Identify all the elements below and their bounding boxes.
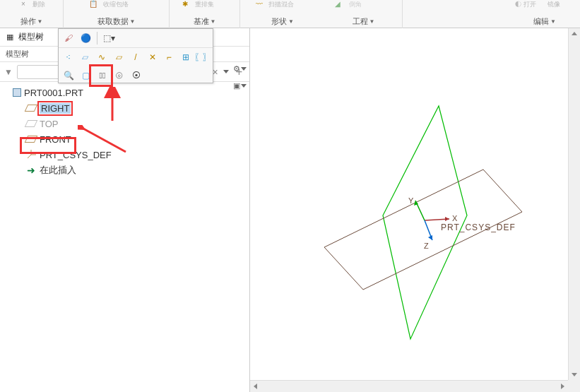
tree-icon[interactable]: ▦ [4,32,16,43]
ribbon: × 删除 操作 ▼ 📋 收缩包络 获取数据 ▼ ✱ 重排集 基准 ▼ 〰 扫描混… [0,0,580,28]
chevron-down-icon: ▼ [550,18,556,25]
grid-icon[interactable]: ⊞ [179,50,193,64]
sidebar-sub-title: 模型树 [6,49,29,59]
sidebar-side-buttons: ⚙ ▣ [230,61,249,93]
ribbon-group-getdata[interactable]: 📋 收缩包络 获取数据 ▼ [64,0,170,28]
sidebar: ▦ 模型树 🖌 🔵 ⬚▾ ⁖ ▱ ∿ ▱ / ✕ ⌐ ⊞ 〖〗 [0,28,250,392]
chevron-down-icon: ▼ [288,18,294,25]
hide-dashed-icon[interactable]: ⦿ [129,69,143,83]
insert-here-icon: ➜ [25,166,37,174]
plane-icon [25,105,38,112]
hint-mirror: 镜像 [548,0,560,9]
chevron-down-icon: ▼ [37,18,43,25]
ribbon-group-datum[interactable]: ✱ 重排集 基准 ▼ [170,0,240,28]
plane-hidden-icon [25,120,38,127]
point-icon[interactable]: ⁖ [61,50,76,64]
settings-dropdown[interactable]: ⚙ [231,61,248,76]
axis-y-label: Y [408,196,414,205]
hint-chamfer: 倒角 [349,0,362,9]
svg-line-3 [28,155,31,158]
tree-item-insert[interactable]: ➜ 在此插入 [0,162,249,178]
ribbon-label-edit: 编辑 [533,16,549,27]
csys-graphic: X Y Z PRT_CSYS_DEF [408,196,516,250]
scrollbar-horizontal[interactable] [250,380,568,392]
zoom-sel-icon[interactable]: 🔍 [61,69,76,83]
viewport-3d[interactable]: X Y Z PRT_CSYS_DEF [250,28,580,392]
ribbon-label-shape: 形状 [271,16,287,27]
axis-x-label: X [452,214,458,222]
annotation-arrow-down [102,87,123,122]
show-dropdown[interactable]: ▣ [231,78,248,93]
show-dashed-icon[interactable]: ⦾ [112,69,126,83]
tree-root-label: PRT0001.PRT [24,88,83,98]
chevron-down-icon: ▼ [211,18,216,25]
ribbon-group-eng[interactable]: ◢ 倒角 工程 ▼ [325,0,403,28]
hint-delete: 删除 [32,0,45,9]
tool-row-2: ⁖ ▱ ∿ ▱ / ✕ ⌐ ⊞ 〖〗 [59,47,213,66]
svg-marker-6 [445,217,449,221]
ribbon-label-getdata: 获取数据 [97,16,129,27]
csys-label: PRT_CSYS_DEF [441,222,516,232]
annotation-red-box-hide [89,64,113,87]
ribbon-group-shape[interactable]: 〰 扫描混合 形状 ▼ [240,0,325,28]
csys-small-icon: ✱ [182,0,188,8]
pnt-x-icon[interactable]: ✕ [146,50,160,64]
axis-icon[interactable]: / [129,50,143,64]
csys-icon[interactable]: ⌐ [162,50,177,64]
ribbon-label-eng: 工程 [353,16,368,27]
tree-label-top: TOP [40,119,59,129]
chevron-down-icon: ▼ [369,18,375,25]
brackets-icon[interactable]: 〖〗 [196,50,210,64]
brush-icon[interactable]: 🖌 [61,31,76,45]
tree-root[interactable]: PRT0001.PRT [0,85,249,100]
curve-icon[interactable]: ∿ [95,50,110,64]
axis-z-label: Z [424,242,429,250]
annotation-red-box-right [20,137,76,154]
chamfer-icon: ◢ [335,0,341,8]
tool-row-1: 🖌 🔵 ⬚▾ [59,29,213,47]
hint-shrinkwrap: 收缩包络 [103,0,129,9]
cube-icon[interactable]: ▱ [78,50,93,64]
viewport-canvas: X Y Z PRT_CSYS_DEF [250,28,580,392]
shrinkwrap-icon: 📋 [89,0,97,8]
filter-dropdown-icon[interactable] [223,70,229,73]
context-tool-panel: 🖌 🔵 ⬚▾ ⁖ ▱ ∿ ▱ / ✕ ⌐ ⊞ 〖〗 🔍 ▢ 👁̸ ⦾ [58,28,213,83]
param-icon[interactable]: ⬚▾ [102,31,116,45]
chevron-down-icon: ▼ [130,18,136,25]
tree-label-insert: 在此插入 [40,164,76,177]
appearance-icon[interactable]: 🔵 [78,31,93,45]
ribbon-group-operation[interactable]: × 删除 操作 ▼ [0,0,64,28]
hint-open: ◐ 打开 [515,0,536,9]
scrollbar-vertical[interactable] [568,28,580,380]
ribbon-label-datum: 基准 [194,16,209,27]
scrollbar-corner [568,380,580,392]
svg-line-4 [82,128,126,152]
funnel-icon[interactable]: ▼ [4,67,13,77]
hint-sweep: 扫描混合 [268,0,294,9]
tool-row-3: 🔍 ▢ 👁̸ ⦾ ⦿ [59,66,213,85]
part-icon [13,88,21,97]
annotation-arrow-left [78,125,127,153]
main-area: ▦ 模型树 🖌 🔵 ⬚▾ ⁖ ▱ ∿ ▱ / ✕ ⌐ ⊞ 〖〗 [0,28,580,392]
plane-small-icon[interactable]: ▱ [112,50,126,64]
hint-reorder: 重排集 [195,0,214,9]
tree-label-right: RIGHT [40,103,71,114]
delete-icon: × [21,0,25,8]
ribbon-label-operation: 操作 [20,16,36,27]
sweep-icon: 〰 [256,0,263,8]
sidebar-title: 模型树 [18,31,44,43]
ribbon-group-edit[interactable]: ◐ 打开 镜像 编辑 ▼ [509,0,580,28]
tree-item-right[interactable]: RIGHT [0,100,249,116]
